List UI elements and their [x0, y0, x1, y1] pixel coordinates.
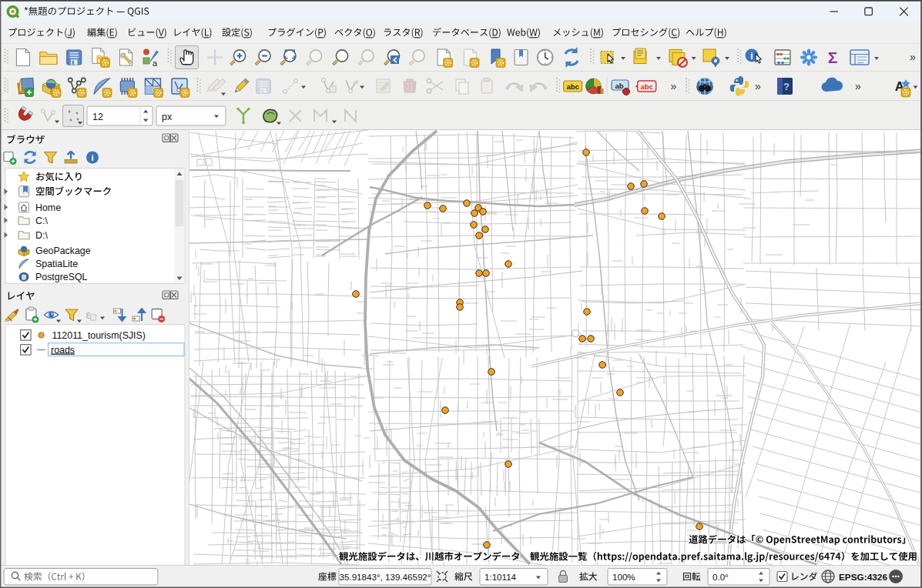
svg-text:0.0°: 0.0°	[712, 572, 729, 582]
svg-text:GeoPackage: GeoPackage	[35, 246, 91, 256]
svg-text:12: 12	[92, 112, 103, 122]
svg-text:1:10114: 1:10114	[484, 572, 517, 582]
svg-text:EPSG:4326: EPSG:4326	[839, 572, 887, 583]
svg-text:»: »	[910, 51, 916, 63]
svg-text:i: i	[91, 153, 93, 162]
svg-text:i: i	[750, 51, 753, 62]
svg-text:PostgreSQL: PostgreSQL	[35, 272, 88, 282]
svg-text:D:\: D:\	[35, 230, 48, 241]
svg-text:px: px	[162, 112, 173, 122]
svg-text:Home: Home	[35, 202, 61, 213]
svg-text:»: »	[855, 80, 861, 92]
svg-text:abc: abc	[641, 82, 653, 91]
svg-text:roads: roads	[51, 345, 75, 356]
svg-text:a: a	[153, 58, 158, 68]
svg-text:112011_tourism(SJIS): 112011_tourism(SJIS)	[52, 330, 146, 341]
svg-text:Σ: Σ	[828, 48, 838, 66]
svg-text:»: »	[755, 80, 761, 92]
svg-text:»: »	[670, 80, 676, 92]
svg-text:100%: 100%	[612, 572, 635, 582]
svg-text:abc: abc	[566, 82, 578, 91]
svg-text:35.91843°, 139.46592°: 35.91843°, 139.46592°	[340, 572, 431, 582]
svg-text:SpatiaLite: SpatiaLite	[35, 259, 78, 269]
svg-text:?: ?	[783, 81, 790, 92]
svg-text:ab: ab	[615, 82, 623, 90]
svg-text:C:\: C:\	[35, 215, 48, 226]
